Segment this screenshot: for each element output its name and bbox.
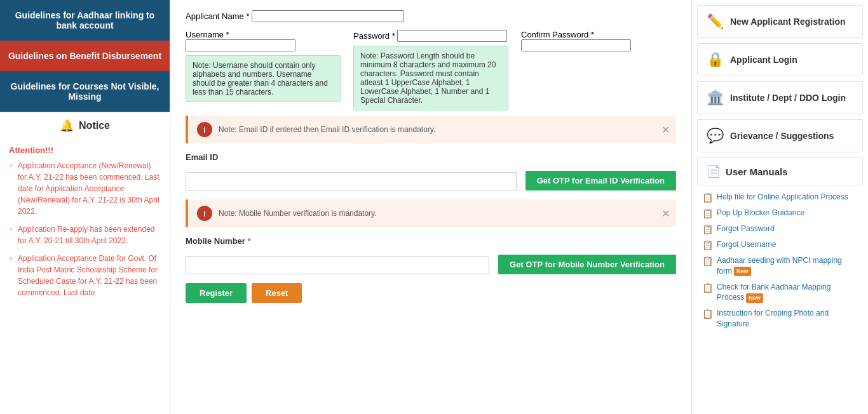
confirm-password-col: Confirm Password * xyxy=(521,30,676,110)
manual-link-5[interactable]: 📋 Aadhaar seeding with NPCI mapping form… xyxy=(702,255,858,277)
main-content: Applicant Name * Username * Note: Userna… xyxy=(170,0,691,414)
applicant-login-label: Applicant Login xyxy=(730,55,797,65)
email-alert-close[interactable]: ✕ xyxy=(661,124,670,136)
manual-link-label-5[interactable]: Aadhaar seeding with NPCI mapping formNe… xyxy=(717,255,858,277)
manual-link-label-6[interactable]: Check for Bank Aadhaar Mapping ProcessNe… xyxy=(717,282,858,304)
new-applicant-btn[interactable]: ✏️ New Applicant Registration xyxy=(697,5,863,38)
manual-link-label-2[interactable]: Pop Up Blocker Guidance xyxy=(717,208,804,218)
mobile-input[interactable] xyxy=(186,256,489,274)
doc-icon-7: 📋 xyxy=(702,309,713,319)
email-label: Email ID xyxy=(186,152,676,162)
mobile-label: Mobile Number * xyxy=(186,236,676,246)
mobile-row: Get OTP for Mobile Number Verification xyxy=(186,255,676,274)
pencil-icon: ✏️ xyxy=(707,13,724,30)
username-note: Note: Username should contain only alpha… xyxy=(186,55,341,102)
doc-icon-1: 📋 xyxy=(702,192,713,203)
doc-icon-6: 📋 xyxy=(702,283,713,293)
building-icon: 🏛️ xyxy=(707,90,724,106)
user-manuals-header: 📄 User Manuals xyxy=(697,157,863,185)
grievance-btn[interactable]: 💬 Grievance / Suggestions xyxy=(697,119,863,152)
password-input[interactable] xyxy=(397,30,507,42)
username-col: Username * Note: Username should contain… xyxy=(186,30,341,110)
email-alert-box: i Note: Email ID if entered then Email I… xyxy=(186,116,676,144)
manual-link-label-4[interactable]: Forgot Username xyxy=(717,239,776,250)
manual-link-6[interactable]: 📋 Check for Bank Aadhaar Mapping Process… xyxy=(702,282,858,304)
chat-icon: 💬 xyxy=(707,128,724,144)
email-group: Email ID xyxy=(186,152,676,162)
manuals-icon: 📄 xyxy=(707,164,721,178)
notice-section: Attention!!! Application Acceptance (New… xyxy=(0,139,170,414)
mobile-otp-button[interactable]: Get OTP for Mobile Number Verification xyxy=(498,255,676,274)
password-note: Note: Password Length should be minimum … xyxy=(353,46,508,110)
new-badge-5: New xyxy=(734,267,751,276)
credentials-row: Username * Note: Username should contain… xyxy=(186,30,676,110)
applicant-name-label: Applicant Name * xyxy=(186,11,252,21)
grievance-label: Grievance / Suggestions xyxy=(730,131,834,141)
notice-item-2[interactable]: Application Re-apply has been extended f… xyxy=(9,224,161,246)
doc-icon-4: 📋 xyxy=(702,240,713,250)
bell-icon: 🔔 xyxy=(60,119,74,133)
mobile-alert-text: Note: Mobile Number verification is mand… xyxy=(219,209,667,218)
sidebar-btn-guidelines-benefit[interactable]: Guidelines on Benefit Disbursement xyxy=(0,41,170,71)
right-sidebar: ✏️ New Applicant Registration 🔒 Applican… xyxy=(691,0,868,414)
reset-button[interactable]: Reset xyxy=(252,283,302,303)
manual-link-7[interactable]: 📋 Instruction for Croping Photo and Sign… xyxy=(702,308,858,330)
confirm-password-input[interactable] xyxy=(521,39,631,51)
form-buttons: Register Reset xyxy=(186,283,676,303)
manual-link-label-3[interactable]: Forgot Password xyxy=(717,224,775,234)
doc-icon-2: 📋 xyxy=(702,208,713,218)
applicant-name-input[interactable] xyxy=(252,10,404,22)
username-input[interactable] xyxy=(186,39,295,51)
institute-login-label: Institute / Dept / DDO Login xyxy=(730,93,846,103)
institute-login-btn[interactable]: 🏛️ Institute / Dept / DDO Login xyxy=(697,81,863,114)
applicant-login-btn[interactable]: 🔒 Applicant Login xyxy=(697,43,863,76)
notice-item-3[interactable]: Application Acceptance Date for Govt. Of… xyxy=(9,253,161,298)
new-applicant-label: New Applicant Registration xyxy=(730,17,846,27)
notice-list: Application Acceptance (New/Renewal) for… xyxy=(9,160,161,298)
attention-label: Attention!!! xyxy=(9,145,161,155)
mobile-alert-icon: i xyxy=(197,206,212,221)
mobile-alert-close[interactable]: ✕ xyxy=(661,208,670,220)
manual-link-label-1[interactable]: Help file for Online Application Process xyxy=(717,192,848,203)
notice-header: 🔔 Notice xyxy=(0,112,170,139)
sidebar-btn-guidelines-courses[interactable]: Guidelines for Courses Not Visible, Miss… xyxy=(0,71,170,112)
email-row: Get OTP for Email ID Verification xyxy=(186,171,676,190)
mobile-input-wrapper xyxy=(186,256,489,274)
email-otp-button[interactable]: Get OTP for Email ID Verification xyxy=(526,171,676,190)
manual-link-4[interactable]: 📋 Forgot Username xyxy=(702,239,858,250)
email-alert-text: Note: Email ID if entered then Email ID … xyxy=(219,125,667,134)
confirm-password-label: Confirm Password * xyxy=(521,30,594,39)
sidebar-btn-guidelines-aadhaar[interactable]: Guidelines for Aadhaar linking to bank a… xyxy=(0,0,170,41)
doc-icon-5: 📋 xyxy=(702,256,713,266)
lock-icon: 🔒 xyxy=(707,51,724,68)
mobile-group: Mobile Number * xyxy=(186,236,676,246)
manual-link-1[interactable]: 📋 Help file for Online Application Proce… xyxy=(702,192,858,203)
applicant-name-group: Applicant Name * xyxy=(186,10,676,22)
notice-item-1[interactable]: Application Acceptance (New/Renewal) for… xyxy=(9,160,161,217)
email-alert-icon: i xyxy=(197,122,212,137)
username-label: Username * xyxy=(186,30,229,39)
user-manuals-label: User Manuals xyxy=(726,166,788,177)
left-sidebar: Guidelines for Aadhaar linking to bank a… xyxy=(0,0,170,414)
new-badge-6: New xyxy=(746,293,763,303)
email-input[interactable] xyxy=(186,172,517,190)
password-label: Password * xyxy=(353,31,397,41)
manual-link-label-7[interactable]: Instruction for Croping Photo and Signat… xyxy=(717,308,858,330)
manual-links-section: 📋 Help file for Online Application Proce… xyxy=(697,189,863,337)
doc-icon-3: 📋 xyxy=(702,224,713,234)
register-button[interactable]: Register xyxy=(186,283,247,303)
password-col: Password * Note: Password Length should … xyxy=(353,30,508,110)
email-input-wrapper xyxy=(186,172,517,190)
manual-link-2[interactable]: 📋 Pop Up Blocker Guidance xyxy=(702,208,858,218)
manual-link-3[interactable]: 📋 Forgot Password xyxy=(702,224,858,234)
mobile-alert-box: i Note: Mobile Number verification is ma… xyxy=(186,199,676,227)
